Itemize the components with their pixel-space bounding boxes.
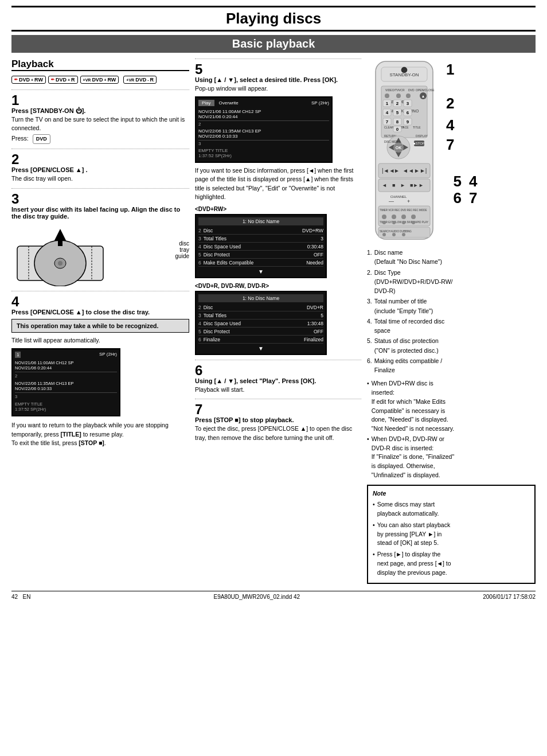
step-5-info: If you want to see Disc information, pre… [195, 166, 361, 201]
svg-point-85 [402, 221, 405, 224]
remote-area: STANDBY-ON VIDEO/TV VCR DVD OPEN/CLOSE [367, 59, 536, 242]
popup-sp: SP (2Hr) [311, 100, 329, 106]
step-6-number: 6 [195, 364, 361, 377]
screen-row-2: NOV/22/06 11:35AM CH13 EPNOV/22/06 0:10:… [15, 380, 117, 393]
step-3-section: 3 Insert your disc with its label facing… [11, 188, 189, 286]
step-7-number: 7 [195, 403, 361, 416]
side-numbers-47b: 4 7 [469, 59, 477, 242]
remote-control-svg: STANDBY-ON VIDEO/TV VCR DVD OPEN/CLOSE [367, 59, 441, 242]
warning-box: This operation may take a while to be re… [11, 319, 189, 333]
svg-text:4: 4 [386, 110, 389, 115]
svg-text:TIMER  VCR REC  DVD REC  REC M: TIMER VCR REC DVD REC REC MODE [380, 209, 427, 212]
middle-column: 5 Using [▲ / ▼], select a desired title.… [195, 59, 361, 584]
title-list-screen-small: 1 SP (2Hr) NOV/21/06 11:00AM CH12 SPNOV/… [11, 348, 120, 416]
step-1-number: 1 [11, 93, 189, 107]
list-item-3: 3. Total number of title(include "Empty … [367, 297, 536, 315]
dvdr-row-protect: 5Disc Protect OFF [198, 328, 323, 336]
svg-text:▲: ▲ [421, 94, 425, 98]
step-5-number: 5 [195, 63, 361, 76]
popup-play: Play [198, 100, 214, 106]
popup-row-2: NOV/22/06 11:35AM CH13 EPNOV/22/06 0:10:… [198, 127, 329, 141]
step-2-title: Press [OPEN/CLOSE ▲] . [11, 166, 189, 173]
svg-text:STANDBY-ON: STANDBY-ON [389, 72, 419, 77]
screen-item-1-indicator: 1 [15, 352, 21, 358]
screen-row-2-num: 2 [15, 372, 117, 380]
svg-point-78 [382, 215, 386, 219]
main-title: Playing discs [11, 6, 536, 32]
list-item-2: 2. Disc Type(DVD+RW/DVD+R/DVD-RW/DVD-R) [367, 268, 536, 296]
svg-text:—: — [389, 198, 394, 204]
svg-text:VIDEO/TV: VIDEO/TV [385, 88, 399, 92]
step-7-section: 7 Press [STOP ■] to stop playback. To ej… [195, 399, 361, 442]
note-bullet-1: • Some discs may startplayback automatic… [373, 500, 530, 519]
dvdrw-label: <DVD+RW> [195, 206, 361, 212]
svg-text:9: 9 [407, 119, 409, 124]
disc-icons-row: ✏ DVD+RW ✏ DVD+R +VRDVD+RW +VRDVD-R [11, 76, 189, 84]
step-5-section: 5 Using [▲ / ▼], select a desired title.… [195, 59, 361, 355]
dvdrw-row-protect: 5Disc Protect OFF [198, 251, 323, 259]
dvdrw-row-disc: 2Disc DVD+RW [198, 227, 323, 235]
disc-info-dvdrw: <DVD+RW> 1: No Disc Name 2Disc DVD+RW 3T… [195, 206, 361, 278]
svg-rect-5 [58, 240, 62, 246]
step-1-press: Press: DVD [11, 134, 189, 144]
svg-text:VCR: VCR [398, 88, 405, 92]
svg-point-17 [385, 93, 389, 98]
step-5-screen: Play Overwrite SP (2Hr) NOV/21/06 11:00A… [195, 96, 333, 163]
svg-text:►: ► [400, 182, 405, 188]
press-label: Press: [11, 135, 29, 142]
dvdr-screen: 1: No Disc Name 2Disc DVD+R 3Total Title… [195, 291, 327, 355]
note-title: Note [373, 489, 530, 498]
svg-text:■: ■ [392, 182, 395, 188]
screen-row-3-num: 3 [15, 393, 117, 400]
svg-text:◄◄: ◄◄ [403, 167, 414, 174]
dvd-icon: DVD [33, 134, 50, 144]
dvdr-row-finalize: 6Finalize Finalized [198, 336, 323, 344]
disc-badge-dvdr: ✏ DVD+R [48, 76, 78, 84]
step-1-body: Turn the TV on and be sure to select the… [11, 115, 189, 133]
svg-point-18 [396, 93, 401, 98]
step-6-section: 6 Using [▲ / ▼], select "Play". Press [O… [195, 360, 361, 394]
svg-text:■►: ■► [410, 182, 418, 188]
svg-text:2: 2 [396, 101, 399, 106]
disc-tray-label: disctrayguide [175, 240, 189, 259]
list-item-6: 6. Making edits compatible /Finalize [367, 356, 536, 375]
dvdr-row-disc: 2Disc DVD+R [198, 303, 323, 311]
popup-overwrite: Overwrite [217, 100, 241, 106]
disc-badge-dvdrw: ✏ DVD+RW [11, 76, 46, 84]
step-6-title: Using [▲ / ▼], select "Play". Press [OK]… [195, 377, 361, 384]
svg-point-84 [392, 221, 396, 224]
svg-point-79 [392, 215, 396, 219]
svg-point-19 [406, 93, 411, 98]
popup-row-2-num: 2 [198, 121, 329, 127]
svg-text:■STOP: ■STOP [413, 142, 425, 145]
list-item-5: 5. Status of disc protection("ON" is pro… [367, 336, 536, 355]
screen-sp-label-small: SP (2Hr) [99, 352, 117, 358]
dvdr-down-arrow: ▼ [198, 345, 323, 352]
svg-point-80 [401, 215, 406, 219]
popup-row-1: NOV/21/06 11:00AM CH12 SPNOV/21/06 0:20:… [198, 108, 329, 121]
svg-text:|◄◄: |◄◄ [382, 167, 394, 174]
step-5-body: Pop-up window will appear. [195, 84, 361, 93]
svg-text:1: 1 [386, 101, 389, 106]
step-4-auto: Title list will appear automatically. [11, 336, 189, 345]
step-4-section: 4 Press [OPEN/CLOSE ▲] to close the disc… [11, 291, 189, 416]
popup-row-3-num: 3 [198, 141, 329, 147]
svg-point-11 [401, 67, 407, 73]
svg-text:8: 8 [396, 119, 399, 124]
svg-text:DVD: DVD [408, 88, 415, 92]
step-1-title: Press [STANDBY-ON ⏻]. [11, 107, 189, 114]
side-numbers-56: 5 6 [453, 59, 461, 242]
left-column: Playback ✏ DVD+RW ✏ DVD+R +VRDVD+RW +VRD… [11, 59, 189, 584]
dvdrw-screen: 1: No Disc Name 2Disc DVD+RW 3Total Titl… [195, 214, 327, 278]
svg-text:3: 3 [407, 101, 409, 106]
note-bullet-2: • You can also start playbackby pressing… [373, 521, 530, 548]
step-2-section: 2 Press [OPEN/CLOSE ▲] . The disc tray w… [11, 149, 189, 183]
step-3-title: Insert your disc with its label facing u… [11, 206, 189, 220]
dvdrw-title-row: 1: No Disc Name [198, 217, 323, 225]
bullet-item-dvdrw: • When DVD+RW disc isinserted:If edit fo… [367, 379, 536, 434]
svg-text:0: 0 [396, 127, 399, 132]
svg-text:6: 6 [407, 110, 409, 115]
numbered-list: 1. Disc name(Default "No Disc Name") 2. … [367, 248, 536, 375]
svg-point-86 [412, 221, 415, 224]
disc-tray-svg [11, 223, 126, 286]
